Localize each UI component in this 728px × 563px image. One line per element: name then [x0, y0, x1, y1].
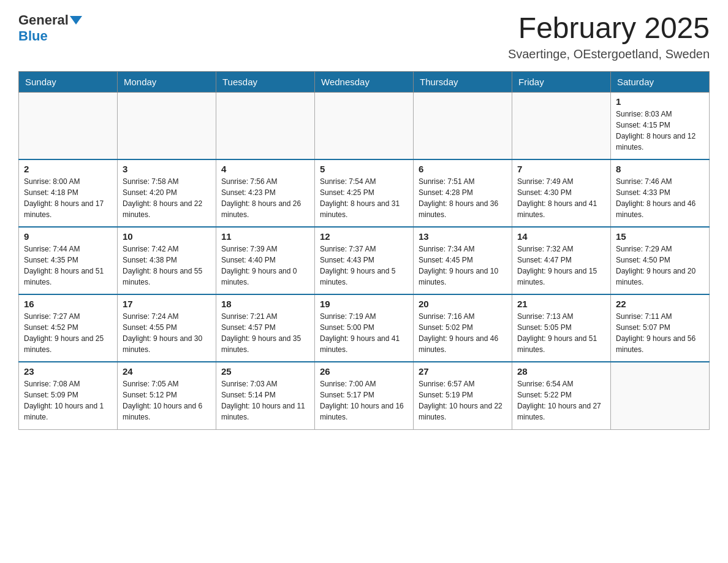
day-info: Sunrise: 7:29 AM Sunset: 4:50 PM Dayligh… — [616, 243, 704, 288]
day-header-monday: Monday — [118, 71, 216, 92]
day-number: 2 — [24, 164, 112, 174]
calendar-cell: 9Sunrise: 7:44 AM Sunset: 4:35 PM Daylig… — [19, 227, 118, 294]
logo-blue-text: Blue — [18, 28, 48, 44]
calendar-cell: 2Sunrise: 8:00 AM Sunset: 4:18 PM Daylig… — [19, 159, 118, 227]
calendar-cell: 10Sunrise: 7:42 AM Sunset: 4:38 PM Dayli… — [118, 227, 216, 294]
day-info: Sunrise: 8:00 AM Sunset: 4:18 PM Dayligh… — [24, 176, 112, 220]
calendar-header-row: SundayMondayTuesdayWednesdayThursdayFrid… — [19, 71, 710, 92]
logo-general-text: General — [18, 12, 69, 28]
day-header-saturday: Saturday — [611, 71, 710, 92]
day-info: Sunrise: 7:56 AM Sunset: 4:23 PM Dayligh… — [221, 176, 309, 220]
calendar-cell: 27Sunrise: 6:57 AM Sunset: 5:19 PM Dayli… — [414, 362, 512, 429]
calendar-week-row: 9Sunrise: 7:44 AM Sunset: 4:35 PM Daylig… — [19, 227, 710, 294]
calendar-cell: 28Sunrise: 6:54 AM Sunset: 5:22 PM Dayli… — [512, 362, 611, 429]
month-title: February 2025 — [508, 12, 710, 45]
day-number: 14 — [517, 231, 605, 242]
calendar-cell — [216, 92, 315, 159]
calendar-cell: 19Sunrise: 7:19 AM Sunset: 5:00 PM Dayli… — [315, 294, 414, 362]
day-info: Sunrise: 7:42 AM Sunset: 4:38 PM Dayligh… — [123, 243, 211, 288]
day-number: 19 — [320, 299, 408, 309]
calendar-cell: 7Sunrise: 7:49 AM Sunset: 4:30 PM Daylig… — [512, 159, 611, 227]
day-info: Sunrise: 7:54 AM Sunset: 4:25 PM Dayligh… — [320, 176, 408, 220]
calendar-cell: 12Sunrise: 7:37 AM Sunset: 4:43 PM Dayli… — [315, 227, 414, 294]
day-number: 15 — [616, 231, 704, 242]
day-info: Sunrise: 7:08 AM Sunset: 5:09 PM Dayligh… — [24, 378, 112, 423]
day-header-tuesday: Tuesday — [216, 71, 315, 92]
day-info: Sunrise: 7:19 AM Sunset: 5:00 PM Dayligh… — [320, 311, 408, 355]
calendar-cell: 6Sunrise: 7:51 AM Sunset: 4:28 PM Daylig… — [414, 159, 512, 227]
day-number: 13 — [419, 231, 507, 242]
calendar-cell: 3Sunrise: 7:58 AM Sunset: 4:20 PM Daylig… — [118, 159, 216, 227]
calendar-cell: 13Sunrise: 7:34 AM Sunset: 4:45 PM Dayli… — [414, 227, 512, 294]
day-number: 6 — [419, 164, 507, 174]
calendar-cell: 26Sunrise: 7:00 AM Sunset: 5:17 PM Dayli… — [315, 362, 414, 429]
calendar-cell: 17Sunrise: 7:24 AM Sunset: 4:55 PM Dayli… — [118, 294, 216, 362]
day-info: Sunrise: 7:03 AM Sunset: 5:14 PM Dayligh… — [221, 378, 309, 423]
day-info: Sunrise: 7:11 AM Sunset: 5:07 PM Dayligh… — [616, 311, 704, 355]
day-info: Sunrise: 7:21 AM Sunset: 4:57 PM Dayligh… — [221, 311, 309, 355]
location: Svaertinge, OEstergoetland, Sweden — [508, 47, 710, 61]
day-header-friday: Friday — [512, 71, 611, 92]
day-info: Sunrise: 7:16 AM Sunset: 5:02 PM Dayligh… — [419, 311, 507, 355]
day-header-wednesday: Wednesday — [315, 71, 414, 92]
calendar-cell: 18Sunrise: 7:21 AM Sunset: 4:57 PM Dayli… — [216, 294, 315, 362]
calendar-cell: 8Sunrise: 7:46 AM Sunset: 4:33 PM Daylig… — [611, 159, 710, 227]
day-info: Sunrise: 7:34 AM Sunset: 4:45 PM Dayligh… — [419, 243, 507, 288]
day-info: Sunrise: 7:46 AM Sunset: 4:33 PM Dayligh… — [616, 176, 704, 220]
day-info: Sunrise: 7:24 AM Sunset: 4:55 PM Dayligh… — [123, 311, 211, 355]
day-info: Sunrise: 6:57 AM Sunset: 5:19 PM Dayligh… — [419, 378, 507, 423]
calendar-cell — [19, 92, 118, 159]
day-info: Sunrise: 7:58 AM Sunset: 4:20 PM Dayligh… — [123, 176, 211, 220]
calendar-cell: 16Sunrise: 7:27 AM Sunset: 4:52 PM Dayli… — [19, 294, 118, 362]
day-number: 28 — [517, 366, 605, 377]
day-number: 4 — [221, 164, 309, 174]
logo: General Blue — [18, 12, 83, 44]
calendar-cell: 11Sunrise: 7:39 AM Sunset: 4:40 PM Dayli… — [216, 227, 315, 294]
day-info: Sunrise: 7:39 AM Sunset: 4:40 PM Dayligh… — [221, 243, 309, 288]
day-info: Sunrise: 7:44 AM Sunset: 4:35 PM Dayligh… — [24, 243, 112, 288]
calendar-week-row: 1Sunrise: 8:03 AM Sunset: 4:15 PM Daylig… — [19, 92, 710, 159]
calendar-week-row: 16Sunrise: 7:27 AM Sunset: 4:52 PM Dayli… — [19, 294, 710, 362]
day-number: 18 — [221, 299, 309, 309]
day-number: 25 — [221, 366, 309, 377]
logo-triangle-icon — [70, 16, 82, 25]
day-number: 12 — [320, 231, 408, 242]
day-number: 16 — [24, 299, 112, 309]
day-number: 3 — [123, 164, 211, 174]
calendar-cell: 14Sunrise: 7:32 AM Sunset: 4:47 PM Dayli… — [512, 227, 611, 294]
day-info: Sunrise: 6:54 AM Sunset: 5:22 PM Dayligh… — [517, 378, 605, 423]
calendar-week-row: 23Sunrise: 7:08 AM Sunset: 5:09 PM Dayli… — [19, 362, 710, 429]
day-number: 23 — [24, 366, 112, 377]
day-info: Sunrise: 7:27 AM Sunset: 4:52 PM Dayligh… — [24, 311, 112, 355]
calendar-cell — [611, 362, 710, 429]
day-info: Sunrise: 7:13 AM Sunset: 5:05 PM Dayligh… — [517, 311, 605, 355]
day-number: 7 — [517, 164, 605, 174]
day-number: 17 — [123, 299, 211, 309]
day-number: 10 — [123, 231, 211, 242]
calendar-cell: 25Sunrise: 7:03 AM Sunset: 5:14 PM Dayli… — [216, 362, 315, 429]
calendar-cell — [118, 92, 216, 159]
calendar-cell: 21Sunrise: 7:13 AM Sunset: 5:05 PM Dayli… — [512, 294, 611, 362]
day-header-sunday: Sunday — [19, 71, 118, 92]
calendar-cell — [512, 92, 611, 159]
calendar-cell: 4Sunrise: 7:56 AM Sunset: 4:23 PM Daylig… — [216, 159, 315, 227]
day-header-thursday: Thursday — [414, 71, 512, 92]
calendar-week-row: 2Sunrise: 8:00 AM Sunset: 4:18 PM Daylig… — [19, 159, 710, 227]
day-number: 24 — [123, 366, 211, 377]
day-number: 1 — [616, 96, 704, 107]
day-info: Sunrise: 7:49 AM Sunset: 4:30 PM Dayligh… — [517, 176, 605, 220]
calendar-cell: 1Sunrise: 8:03 AM Sunset: 4:15 PM Daylig… — [611, 92, 710, 159]
day-info: Sunrise: 7:32 AM Sunset: 4:47 PM Dayligh… — [517, 243, 605, 288]
page-header: General Blue February 2025 Svaertinge, O… — [18, 12, 710, 61]
calendar-table: SundayMondayTuesdayWednesdayThursdayFrid… — [18, 71, 710, 430]
calendar-cell: 5Sunrise: 7:54 AM Sunset: 4:25 PM Daylig… — [315, 159, 414, 227]
day-number: 5 — [320, 164, 408, 174]
day-number: 26 — [320, 366, 408, 377]
day-info: Sunrise: 7:05 AM Sunset: 5:12 PM Dayligh… — [123, 378, 211, 423]
day-number: 11 — [221, 231, 309, 242]
calendar-cell: 22Sunrise: 7:11 AM Sunset: 5:07 PM Dayli… — [611, 294, 710, 362]
day-number: 21 — [517, 299, 605, 309]
day-number: 27 — [419, 366, 507, 377]
calendar-cell — [414, 92, 512, 159]
calendar-cell: 20Sunrise: 7:16 AM Sunset: 5:02 PM Dayli… — [414, 294, 512, 362]
